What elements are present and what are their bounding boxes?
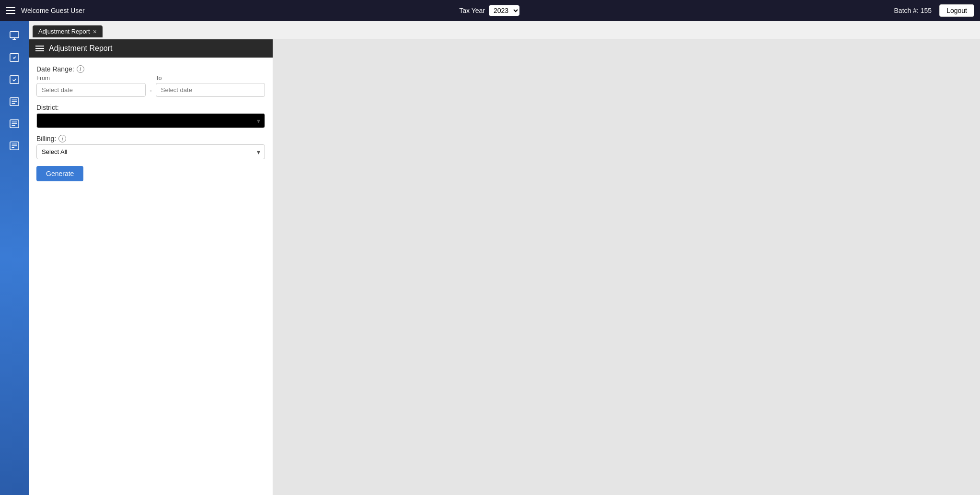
from-date-group: From [36,75,146,97]
svg-rect-0 [10,32,19,38]
logout-button[interactable]: Logout [939,4,974,17]
from-date-input[interactable] [36,83,146,97]
billing-select[interactable]: Select All [36,144,265,159]
sidebar-item-list1[interactable] [5,92,24,111]
from-label: From [36,75,146,82]
district-label: District: [36,104,265,111]
to-label: To [156,75,265,82]
adjustment-report-tab[interactable]: Adjustment Report × [33,25,103,37]
welcome-text: Welcome Guest User [21,7,85,14]
sidebar-item-list2[interactable] [5,114,24,133]
date-separator: - [150,87,152,94]
top-nav-left: Welcome Guest User [6,7,85,14]
date-range-info-icon[interactable]: i [77,65,84,73]
panel-header: Adjustment Report [29,39,273,58]
sidebar [0,21,29,495]
date-range-label: Date Range: i [36,65,265,73]
main-layout: Adjustment Report × Adjustment Report [0,21,980,495]
sidebar-item-list3[interactable] [5,136,24,155]
tab-label: Adjustment Report [38,28,90,35]
content-area: Adjustment Report × Adjustment Report [29,21,980,495]
top-nav-center: Tax Year 2023 2022 2021 2024 [459,5,519,16]
top-nav: Welcome Guest User Tax Year 2023 2022 20… [0,0,980,21]
district-select[interactable]: ████████████████ [36,113,265,128]
to-date-input[interactable] [156,83,265,97]
sidebar-item-dashboard[interactable] [5,26,24,45]
top-nav-right: Batch #: 155 Logout [894,4,974,17]
batch-info: Batch #: 155 [894,7,932,14]
tab-close-button[interactable]: × [93,28,97,35]
panel-menu-icon[interactable] [35,46,44,51]
billing-info-icon[interactable]: i [58,135,66,142]
district-select-wrapper: ████████████████ ▾ [36,113,265,128]
billing-select-wrapper: Select All ▾ [36,144,265,159]
panel-title: Adjustment Report [49,44,113,53]
sidebar-item-check[interactable] [5,70,24,89]
to-date-group: To [156,75,265,97]
panel-container: Adjustment Report Date Range: i From [29,39,980,495]
tab-bar: Adjustment Report × [29,21,980,39]
district-group: District: ████████████████ ▾ [36,104,265,128]
sidebar-item-transfer[interactable] [5,48,24,67]
billing-label: Billing: i [36,135,265,142]
panel-body: Date Range: i From - To [29,58,273,189]
hamburger-icon[interactable] [6,7,15,14]
left-panel: Adjustment Report Date Range: i From [29,39,273,495]
right-panel [273,39,980,495]
tax-year-label: Tax Year [459,7,485,14]
tax-year-select[interactable]: 2023 2022 2021 2024 [489,5,519,16]
date-range-row: From - To [36,75,265,97]
generate-button[interactable]: Generate [36,166,83,181]
date-range-group: Date Range: i From - To [36,65,265,97]
billing-group: Billing: i Select All ▾ [36,135,265,159]
svg-rect-2 [10,76,19,84]
